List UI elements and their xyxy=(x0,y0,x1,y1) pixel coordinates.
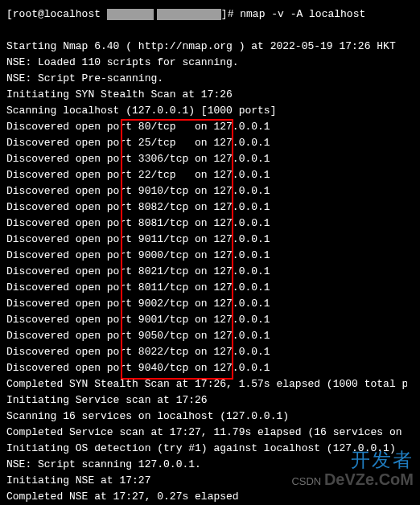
discovered-port-line: Discovered open port 8021/tcp on 127.0.0… xyxy=(6,264,401,280)
output-line: NSE: Loaded 110 scripts for scanning. xyxy=(6,55,401,71)
shell-prompt: [root@localhost ]# nmap -v -A localhost xyxy=(6,6,401,23)
discovered-port-line: Discovered open port 9000/tcp on 127.0.0… xyxy=(6,248,401,264)
discovered-port-line: Discovered open port 8011/tcp on 127.0.0… xyxy=(6,280,401,296)
discovered-port-line: Discovered open port 9050/tcp on 127.0.0… xyxy=(6,328,401,344)
discovered-port-line: Discovered open port 9002/tcp on 127.0.0… xyxy=(6,296,401,312)
redacted-segment xyxy=(157,9,221,20)
discovered-port-line: Discovered open port 9011/tcp on 127.0.0… xyxy=(6,232,401,248)
output-line: Completed SYN Stealth Scan at 17:26, 1.5… xyxy=(6,376,401,392)
discovered-port-line: Discovered open port 9040/tcp on 127.0.0… xyxy=(6,360,401,376)
discovered-port-line: Discovered open port 8022/tcp on 127.0.0… xyxy=(6,344,401,360)
command-text: nmap -v -A localhost xyxy=(240,8,365,20)
discovered-port-line: Discovered open port 3306/tcp on 127.0.0… xyxy=(6,151,401,167)
terminal-output: [root@localhost ]# nmap -v -A localhost … xyxy=(6,6,401,505)
output-line: NSE: Script scanning 127.0.0.1. xyxy=(6,457,401,473)
discovered-port-line: Discovered open port 9010/tcp on 127.0.0… xyxy=(6,183,401,199)
output-line: NSE: Script Pre-scanning. xyxy=(6,71,401,87)
output-line: Completed Service scan at 17:27, 11.79s … xyxy=(6,425,401,441)
discovered-port-line: Discovered open port 9001/tcp on 127.0.0… xyxy=(6,312,401,328)
output-line: Scanning localhost (127.0.0.1) [1000 por… xyxy=(6,103,401,119)
discovered-port-line: Discovered open port 22/tcp on 127.0.0.1 xyxy=(6,167,401,183)
nmap-start-line: Starting Nmap 6.40 ( http://nmap.org ) a… xyxy=(6,39,401,55)
output-line: Initiating NSE at 17:27 xyxy=(6,473,401,489)
redacted-segment xyxy=(107,9,154,20)
output-line xyxy=(6,23,401,39)
discovered-port-line: Discovered open port 8082/tcp on 127.0.0… xyxy=(6,199,401,216)
output-line: Initiating SYN Stealth Scan at 17:26 xyxy=(6,87,401,103)
discovered-port-line: Discovered open port 8081/tcp on 127.0.0… xyxy=(6,216,401,232)
discovered-port-line: Discovered open port 80/tcp on 127.0.0.1 xyxy=(6,119,401,135)
output-line: Scanning 16 services on localhost (127.0… xyxy=(6,409,401,425)
discovered-port-line: Discovered open port 25/tcp on 127.0.0.1 xyxy=(6,135,401,151)
output-line: Completed NSE at 17:27, 0.27s elapsed xyxy=(6,489,401,505)
output-line: Initiating Service scan at 17:26 xyxy=(6,392,401,409)
output-line: Initiating OS detection (try #1) against… xyxy=(6,441,401,457)
